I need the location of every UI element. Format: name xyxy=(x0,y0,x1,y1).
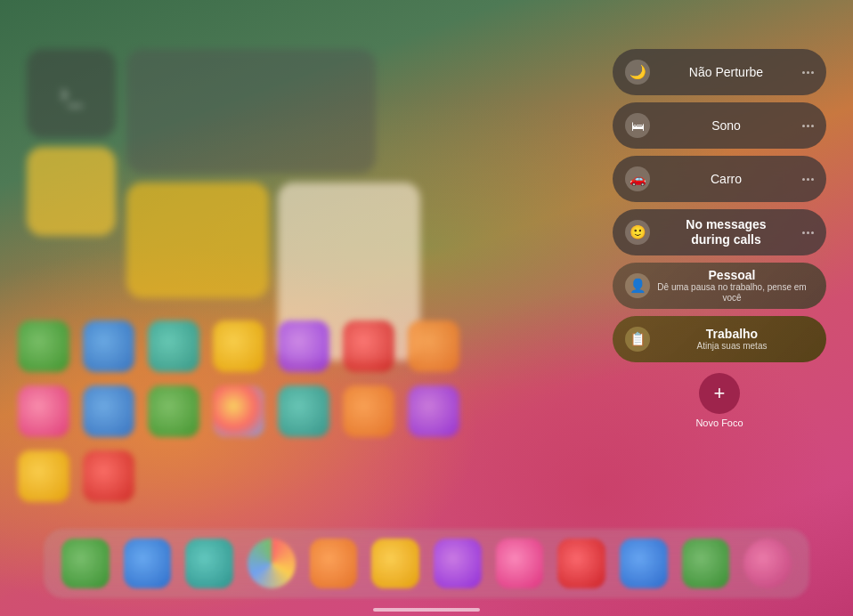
home-icon xyxy=(18,385,69,437)
moon-icon: 🌙 xyxy=(625,60,650,85)
focus-label-sono: Sono xyxy=(650,118,802,134)
focus-item-no-messages[interactable]: 🙂 No messages during calls xyxy=(613,209,826,255)
new-focus-container: + Novo Foco xyxy=(613,373,826,428)
focus-item-pessoal[interactable]: 👤 Pessoal Dê uma pausa no trabalho, pens… xyxy=(613,263,826,309)
more-options-icon[interactable] xyxy=(802,125,814,127)
focus-item-nao-perturbe[interactable]: 🌙 Não Perturbe xyxy=(613,49,826,95)
focus-label-no-messages: No messages during calls xyxy=(650,217,802,247)
home-icon xyxy=(213,385,264,437)
more-options-icon[interactable] xyxy=(802,71,814,74)
dock-icon[interactable] xyxy=(743,539,792,588)
dock-icon[interactable] xyxy=(557,539,605,588)
widget-wide-1 xyxy=(126,49,376,174)
smile-icon: 🙂 xyxy=(625,220,650,245)
home-icon xyxy=(18,450,69,502)
focus-label-carro: Carro xyxy=(650,172,802,187)
focus-label-pessoal: Pessoal Dê uma pausa no trabalho, pense … xyxy=(650,268,814,304)
car-icon: 🚗 xyxy=(625,166,650,191)
dock-icon[interactable] xyxy=(185,539,233,588)
focus-label-trabalho: Trabalho Atinja suas metas xyxy=(650,327,814,353)
dock-icon[interactable] xyxy=(124,539,172,588)
dock-icon[interactable] xyxy=(620,539,668,588)
dock-icon[interactable] xyxy=(496,539,544,588)
focus-item-trabalho[interactable]: 📋 Trabalho Atinja suas metas xyxy=(613,316,826,362)
widget-terminal: ›_ xyxy=(27,49,116,138)
home-icon xyxy=(18,320,69,372)
more-options-icon[interactable] xyxy=(802,178,814,181)
focus-label-nao-perturbe: Não Perturbe xyxy=(650,65,802,80)
home-icon xyxy=(213,320,264,372)
home-icon xyxy=(408,320,459,372)
home-icon xyxy=(278,385,329,437)
widgets-area: ›_ xyxy=(27,49,499,325)
person-icon: 👤 xyxy=(625,273,650,298)
sleep-icon: 🛏 xyxy=(625,113,650,138)
work-icon: 📋 xyxy=(625,327,650,352)
home-icon xyxy=(83,385,134,437)
home-icon xyxy=(408,385,459,437)
dock-icon[interactable] xyxy=(371,539,419,588)
new-focus-button[interactable]: + xyxy=(699,373,740,414)
home-icon xyxy=(83,450,134,502)
home-icon xyxy=(148,320,199,372)
dock-icon[interactable] xyxy=(61,539,110,588)
widget-yellow xyxy=(126,182,269,298)
dock-icon[interactable] xyxy=(310,539,358,588)
home-icon xyxy=(278,320,329,372)
widget-notes xyxy=(27,147,116,236)
home-indicator[interactable] xyxy=(373,608,480,612)
home-icon xyxy=(343,320,394,372)
dock xyxy=(44,529,809,598)
more-options-icon[interactable] xyxy=(802,231,814,234)
focus-item-carro[interactable]: 🚗 Carro xyxy=(613,156,826,202)
home-icon xyxy=(148,385,199,437)
home-icon xyxy=(83,320,134,372)
home-icons-area xyxy=(0,312,534,507)
dock-icon[interactable] xyxy=(682,539,730,588)
home-icon xyxy=(343,385,394,437)
focus-item-sono[interactable]: 🛏 Sono xyxy=(613,102,826,149)
new-focus-label: Novo Foco xyxy=(695,417,743,428)
focus-panel: 🌙 Não Perturbe 🛏 Sono 🚗 Carro 🙂 No messa… xyxy=(613,49,826,428)
dock-icon[interactable] xyxy=(434,539,482,588)
dock-icon[interactable] xyxy=(248,539,296,588)
